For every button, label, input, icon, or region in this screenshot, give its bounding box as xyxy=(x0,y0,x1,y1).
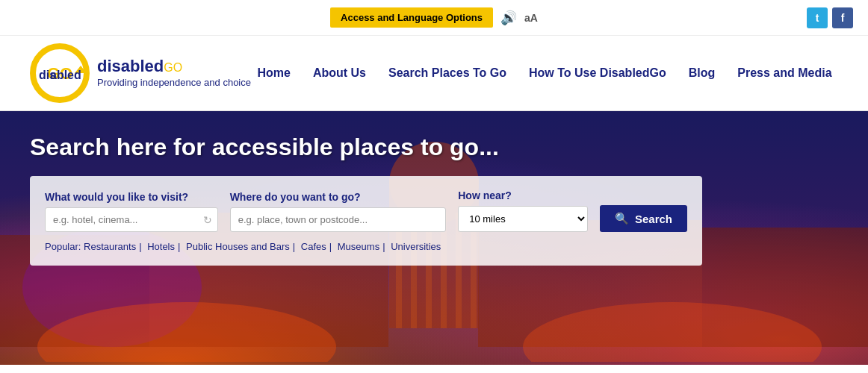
nav-about[interactable]: About Us xyxy=(313,66,366,80)
visit-label: What would you like to visit? xyxy=(45,191,218,203)
top-bar: Access and Language Options 🔊 aA t f xyxy=(0,0,868,36)
popular-pubs[interactable]: Public Houses and Bars xyxy=(186,241,290,252)
nav-blog[interactable]: Blog xyxy=(689,66,716,80)
popular-restaurants[interactable]: Restaurants xyxy=(84,241,136,252)
logo-go-text: GO xyxy=(164,61,182,75)
speaker-icon[interactable]: 🔊 xyxy=(500,10,517,26)
popular-hotels[interactable]: Hotels xyxy=(147,241,175,252)
nav-search-places[interactable]: Search Places To Go xyxy=(388,66,506,80)
near-field-group: How near? 10 miles 5 miles 20 miles 50 m… xyxy=(458,189,588,232)
sep3: | xyxy=(293,241,295,252)
search-fields: What would you like to visit? ↻ Where do… xyxy=(45,189,687,232)
where-input[interactable] xyxy=(230,207,447,232)
popular-cafes[interactable]: Cafes xyxy=(301,241,326,252)
search-button[interactable]: 🔍 Search xyxy=(600,205,687,232)
search-button-label: Search xyxy=(635,213,672,225)
logo-text: disabled GO Providing independence and c… xyxy=(97,57,251,90)
hero-section: Search here for accessible places to go.… xyxy=(0,111,868,365)
sep2: | xyxy=(178,241,180,252)
refresh-icon[interactable]: ↻ xyxy=(203,214,212,226)
visit-input[interactable] xyxy=(45,207,218,232)
visit-field-group: What would you like to visit? ↻ xyxy=(45,191,218,232)
sep5: | xyxy=(382,241,385,252)
logo-area: GO dis abled disabled GO Providing indep… xyxy=(30,43,251,103)
hero-content: Search here for accessible places to go.… xyxy=(0,111,868,288)
social-icons: t f xyxy=(807,7,853,28)
header: GO dis abled disabled GO Providing indep… xyxy=(0,36,868,111)
near-select[interactable]: 10 miles 5 miles 20 miles 50 miles xyxy=(458,206,588,232)
hero-title: Search here for accessible places to go.… xyxy=(30,134,838,161)
search-panel: What would you like to visit? ↻ Where do… xyxy=(30,176,702,266)
main-nav: Home About Us Search Places To Go How To… xyxy=(251,66,838,80)
top-bar-inner: Access and Language Options 🔊 aA t f xyxy=(15,7,853,28)
popular-prefix: Popular: xyxy=(45,241,81,252)
popular-links: Popular: Restaurants| Hotels| Public Hou… xyxy=(45,241,687,252)
svg-text:abled: abled xyxy=(50,69,81,81)
facebook-icon[interactable]: f xyxy=(832,7,853,28)
access-language-button[interactable]: Access and Language Options xyxy=(330,7,493,28)
text-size-icon[interactable]: aA xyxy=(524,12,538,24)
where-label: Where do you want to go? xyxy=(230,191,447,203)
popular-universities[interactable]: Universities xyxy=(391,241,441,252)
logo-image: GO dis abled xyxy=(30,43,90,103)
nav-home[interactable]: Home xyxy=(257,66,290,80)
where-field-group: Where do you want to go? xyxy=(230,191,447,232)
nav-press[interactable]: Press and Media xyxy=(737,66,831,80)
twitter-icon[interactable]: t xyxy=(807,7,828,28)
popular-museums[interactable]: Museums xyxy=(338,241,379,252)
near-label: How near? xyxy=(458,189,588,201)
sep1: | xyxy=(139,241,141,252)
search-icon: 🔍 xyxy=(615,212,629,225)
where-input-wrap xyxy=(230,207,447,232)
logo-tagline: Providing independence and choice xyxy=(97,76,251,90)
logo-disabled-text: disabled xyxy=(97,57,164,76)
visit-input-wrap: ↻ xyxy=(45,207,218,232)
nav-how-to[interactable]: How To Use DisabledGo xyxy=(529,66,666,80)
sep4: | xyxy=(329,241,332,252)
